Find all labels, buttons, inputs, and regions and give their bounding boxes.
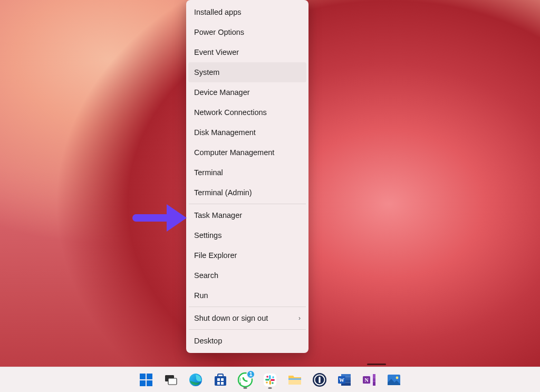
svg-rect-15: [269, 375, 271, 379]
tablet-handle: [367, 364, 386, 365]
menu-item-label: Search: [194, 271, 218, 280]
file-explorer-button[interactable]: [284, 369, 305, 390]
menu-separator: [189, 329, 306, 330]
svg-rect-12: [221, 382, 224, 385]
onenote-button[interactable]: N: [359, 369, 380, 390]
svg-rect-3: [147, 380, 152, 386]
svg-point-21: [272, 382, 274, 384]
menu-item-label: Task Manager: [194, 211, 242, 219]
menu-item-terminal[interactable]: Terminal: [188, 162, 306, 183]
svg-rect-0: [140, 374, 146, 379]
svg-point-20: [272, 376, 274, 378]
menu-item-settings[interactable]: Settings: [188, 225, 306, 245]
svg-rect-18: [271, 379, 275, 381]
menu-item-label: File Explorer: [194, 251, 237, 260]
menu-item-installed-apps[interactable]: Installed apps: [188, 2, 306, 22]
winx-menu: Installed appsPower OptionsEvent ViewerS…: [186, 0, 308, 353]
slack-button[interactable]: [259, 369, 281, 390]
whatsapp-button[interactable]: 1: [235, 369, 256, 390]
svg-text:W: W: [339, 377, 344, 383]
svg-rect-9: [217, 378, 220, 381]
menu-item-label: Disk Management: [194, 128, 256, 137]
menu-item-search[interactable]: Search: [188, 265, 306, 285]
menu-item-label: Desktop: [194, 337, 222, 345]
svg-point-19: [266, 376, 268, 378]
menu-item-event-viewer[interactable]: Event Viewer: [188, 42, 306, 62]
start-button[interactable]: [136, 369, 157, 390]
whatsapp-badge: 1: [246, 370, 255, 379]
svg-rect-7: [215, 376, 226, 386]
menu-separator: [189, 307, 306, 307]
menu-item-label: Run: [194, 291, 208, 300]
svg-rect-38: [373, 381, 375, 385]
svg-rect-37: [373, 378, 375, 381]
menu-item-system[interactable]: System: [188, 62, 306, 82]
svg-rect-24: [288, 378, 301, 380]
svg-point-42: [396, 376, 399, 379]
onepassword-button[interactable]: [309, 369, 330, 390]
svg-rect-27: [319, 377, 320, 383]
edge-button[interactable]: [185, 369, 206, 390]
menu-item-power-options[interactable]: Power Options: [188, 22, 306, 42]
microsoft-store-button[interactable]: [210, 369, 231, 390]
running-indicator: [244, 387, 247, 389]
svg-rect-1: [147, 374, 152, 379]
svg-rect-17: [269, 380, 272, 385]
menu-item-device-manager[interactable]: Device Manager: [188, 82, 306, 102]
menu-item-desktop[interactable]: Desktop: [188, 331, 306, 351]
menu-item-label: System: [194, 68, 219, 77]
svg-rect-5: [168, 378, 177, 385]
menu-item-task-manager[interactable]: Task Manager: [188, 205, 306, 225]
menu-item-label: Power Options: [194, 28, 244, 36]
menu-item-label: Network Connections: [194, 108, 267, 117]
svg-text:N: N: [364, 377, 369, 383]
menu-item-label: Shut down or sign out: [194, 314, 268, 322]
chevron-right-icon: ›: [298, 314, 301, 322]
word-button[interactable]: W: [334, 369, 355, 390]
menu-item-shut-down-or-sign-out[interactable]: Shut down or sign out›: [188, 308, 306, 328]
svg-rect-11: [217, 382, 220, 385]
svg-point-22: [266, 381, 268, 384]
menu-item-label: Settings: [194, 231, 221, 240]
svg-rect-16: [265, 379, 269, 381]
menu-item-label: Event Viewer: [194, 48, 239, 56]
menu-item-terminal-admin-[interactable]: Terminal (Admin): [188, 183, 306, 203]
menu-item-disk-management[interactable]: Disk Management: [188, 122, 306, 142]
menu-item-network-connections[interactable]: Network Connections: [188, 102, 306, 122]
svg-rect-8: [218, 374, 223, 377]
running-indicator: [268, 387, 272, 389]
photos-button[interactable]: [383, 369, 404, 390]
menu-item-label: Terminal: [194, 168, 223, 177]
menu-item-label: Device Manager: [194, 88, 250, 97]
task-view-button[interactable]: [160, 369, 181, 390]
menu-item-label: Terminal (Admin): [194, 188, 252, 197]
menu-item-run[interactable]: Run: [188, 285, 306, 305]
svg-rect-36: [373, 374, 375, 378]
menu-item-label: Installed apps: [194, 8, 241, 16]
svg-rect-10: [221, 378, 224, 381]
menu-item-computer-management[interactable]: Computer Management: [188, 142, 306, 162]
menu-item-file-explorer[interactable]: File Explorer: [188, 245, 306, 265]
taskbar: 1: [0, 367, 540, 392]
menu-separator: [189, 204, 306, 204]
svg-rect-2: [140, 380, 146, 386]
menu-item-label: Computer Management: [194, 148, 274, 157]
